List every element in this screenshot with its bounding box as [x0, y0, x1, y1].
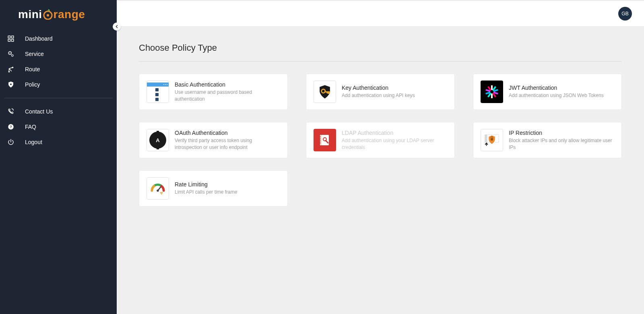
policy-card-ip-restriction[interactable]: IP Restriction Block attacker IPs and on… — [473, 122, 622, 158]
sidebar-item-label: Service — [25, 51, 44, 57]
policy-card-jwt-auth[interactable]: JWT Authentication Add authentication us… — [473, 74, 622, 110]
svg-point-27 — [320, 136, 321, 137]
card-desc: Add authentication using your LDAP serve… — [342, 137, 447, 151]
svg-point-8 — [12, 55, 14, 57]
sidebar-item-label: FAQ — [25, 124, 36, 130]
basic-auth-icon — [147, 81, 169, 103]
card-title: Basic Authentication — [175, 81, 280, 88]
svg-text:?: ? — [10, 125, 12, 129]
svg-point-9 — [8, 71, 9, 72]
sidebar-item-contact[interactable]: Contact Us — [4, 104, 113, 119]
svg-point-30 — [320, 143, 321, 143]
user-avatar[interactable]: GB — [618, 7, 632, 21]
card-desc: Use username and password based authenti… — [175, 89, 280, 103]
policy-card-rate-limiting[interactable]: ! Rate Limiting Limit API calls per time… — [139, 170, 288, 207]
sidebar-item-label: Route — [25, 66, 40, 72]
policy-card-ldap-auth[interactable]: LDAP Authentication Add authentication u… — [306, 122, 455, 158]
sidebar-item-label: Contact Us — [25, 108, 53, 115]
ip-restriction-icon — [481, 129, 503, 151]
svg-point-1 — [47, 14, 49, 17]
sidebar-collapse-button[interactable] — [113, 23, 121, 31]
sidebar-item-dashboard[interactable]: Dashboard — [4, 31, 113, 46]
avatar-initials: GB — [621, 11, 628, 17]
card-title: IP Restriction — [509, 130, 614, 136]
content: Choose Policy Type Basic Authentication … — [117, 27, 644, 314]
chevron-left-icon — [114, 24, 119, 29]
svg-rect-33 — [485, 135, 487, 143]
svg-rect-4 — [8, 39, 10, 41]
gear-icon — [7, 50, 14, 58]
shield-icon — [7, 81, 14, 88]
nav-divider — [4, 98, 113, 98]
svg-rect-16 — [491, 93, 493, 98]
brand-logo-text: mini range — [18, 8, 85, 21]
card-title: Rate Limiting — [175, 181, 280, 188]
rate-limiting-icon: ! — [147, 177, 169, 200]
sidebar-item-service[interactable]: Service — [4, 46, 113, 62]
logout-icon — [7, 138, 14, 146]
svg-rect-2 — [8, 36, 10, 38]
route-icon — [7, 66, 14, 73]
sidebar-item-route[interactable]: Route — [4, 62, 113, 77]
sidebar-item-policy[interactable]: Policy — [4, 77, 113, 92]
svg-text:!: ! — [161, 192, 162, 195]
card-desc: Add authentication using API keys — [342, 92, 447, 99]
card-desc: Verify third party access token using in… — [175, 137, 280, 151]
page-title: Choose Policy Type — [139, 43, 622, 62]
sidebar-item-logout[interactable]: Logout — [4, 134, 113, 150]
svg-rect-34 — [491, 138, 493, 140]
primary-nav: Dashboard Service Route Policy — [0, 31, 117, 92]
sidebar-item-label: Logout — [25, 139, 42, 145]
logo-orange-icon — [43, 9, 53, 20]
policy-grid: Basic Authentication Use username and pa… — [139, 74, 622, 207]
ldap-auth-icon — [314, 129, 336, 151]
svg-rect-5 — [12, 39, 14, 41]
policy-card-basic-auth[interactable]: Basic Authentication Use username and pa… — [139, 74, 288, 110]
card-title: Key Authentication — [342, 85, 447, 91]
help-icon: ? — [7, 123, 14, 130]
brand-logo[interactable]: mini range — [0, 0, 117, 31]
card-title: LDAP Authentication — [342, 130, 447, 136]
main-area: GB Choose Policy Type Basic Authenticati… — [117, 0, 644, 314]
svg-rect-26 — [320, 135, 322, 145]
svg-point-10 — [12, 67, 13, 68]
card-desc: Limit API calls per time frame — [175, 189, 280, 196]
svg-rect-3 — [12, 36, 14, 38]
card-desc: Block attacker IPs and only allow legiti… — [509, 137, 614, 151]
svg-point-28 — [320, 138, 321, 139]
sidebar-item-label: Dashboard — [25, 35, 53, 42]
policy-card-oauth-auth[interactable]: A OAuth Authentication Verify third part… — [139, 122, 288, 158]
dashboard-icon — [7, 35, 14, 42]
sidebar-item-faq[interactable]: ? FAQ — [4, 119, 113, 134]
sidebar-item-label: Policy — [25, 81, 40, 88]
key-auth-icon — [314, 81, 336, 103]
phone-icon — [7, 108, 14, 115]
svg-point-29 — [320, 140, 321, 141]
card-title: JWT Authentication — [509, 85, 614, 91]
oauth-auth-icon: A — [147, 129, 169, 151]
jwt-auth-icon — [481, 81, 503, 103]
sidebar: mini range Dashboard Service Route — [0, 0, 117, 314]
topbar: GB — [117, 0, 644, 27]
policy-card-key-auth[interactable]: Key Authentication Add authentication us… — [306, 74, 455, 110]
svg-point-7 — [10, 53, 10, 54]
card-desc: Add authentication using JSON Web Tokens — [509, 92, 614, 99]
secondary-nav: Contact Us ? FAQ Logout — [0, 104, 117, 150]
svg-rect-15 — [491, 85, 493, 90]
card-title: OAuth Authentication — [175, 130, 280, 136]
svg-point-11 — [10, 83, 12, 85]
